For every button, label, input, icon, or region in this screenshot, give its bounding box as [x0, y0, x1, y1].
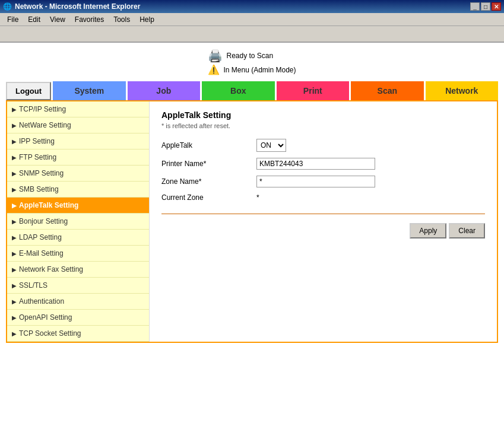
menubar: File Edit View Favorites Tools Help	[0, 13, 504, 26]
arrow-icon: ▶	[12, 282, 17, 289]
ie-toolbar	[0, 26, 504, 43]
current-zone-value: *	[256, 193, 259, 202]
sidebar-item-ldap[interactable]: ▶ LDAP Setting	[7, 230, 149, 246]
sidebar-item-snmp[interactable]: ▶ SNMP Setting	[7, 166, 149, 182]
arrow-icon: ▶	[12, 170, 17, 177]
printer-name-row: Printer Name*	[161, 158, 485, 170]
arrow-icon: ▶	[12, 122, 17, 129]
content-subtitle: * is reflected after reset.	[161, 122, 485, 129]
appletalk-select[interactable]: ON OFF	[256, 139, 286, 152]
sidebar-item-appletalk[interactable]: ▶ AppleTalk Setting	[7, 198, 149, 214]
sidebar-item-authentication[interactable]: ▶ Authentication	[7, 294, 149, 310]
sidebar: ▶ TCP/IP Setting ▶ NetWare Setting ▶ IPP…	[7, 101, 150, 342]
status-text-2: In Menu (Admin Mode)	[223, 66, 296, 74]
tab-job[interactable]: Job	[128, 81, 201, 100]
printer-icon: 🖨️	[208, 49, 223, 63]
tab-scan[interactable]: Scan	[351, 81, 424, 100]
arrow-icon: ▶	[12, 266, 17, 273]
status-line-1: 🖨️ Ready to Scan	[208, 49, 273, 63]
content-area: AppleTalk Setting * is reflected after r…	[150, 101, 497, 342]
titlebar: 🌐 Network - Microsoft Internet Explorer …	[0, 0, 504, 13]
zone-name-input[interactable]	[256, 176, 375, 187]
zone-name-label: Zone Name*	[161, 177, 256, 186]
arrow-icon: ▶	[12, 234, 17, 241]
sidebar-item-ftp[interactable]: ▶ FTP Setting	[7, 149, 149, 166]
current-zone-label: Current Zone	[161, 193, 256, 202]
menu-view[interactable]: View	[45, 14, 70, 25]
sidebar-item-bonjour[interactable]: ▶ Bonjour Setting	[7, 214, 149, 230]
clear-button[interactable]: Clear	[449, 223, 485, 238]
current-zone-static: *	[256, 193, 259, 202]
sidebar-item-network-fax[interactable]: ▶ Network Fax Setting	[7, 262, 149, 278]
appletalk-row: AppleTalk ON OFF	[161, 139, 485, 152]
sidebar-item-ssl-tls[interactable]: ▶ SSL/TLS	[7, 278, 149, 294]
sidebar-item-openapi[interactable]: ▶ OpenAPI Setting	[7, 310, 149, 326]
logout-button[interactable]: Logout	[6, 82, 51, 100]
sidebar-item-ipp[interactable]: ▶ IPP Setting	[7, 133, 149, 149]
maximize-button[interactable]: □	[481, 2, 490, 11]
current-zone-row: Current Zone *	[161, 193, 485, 202]
sidebar-item-netware[interactable]: ▶ NetWare Setting	[7, 117, 149, 133]
ie-icon: 🌐	[3, 2, 12, 11]
appletalk-label: AppleTalk	[161, 141, 256, 149]
status-line-2: ⚠️ In Menu (Admin Mode)	[208, 64, 296, 75]
menu-file[interactable]: File	[2, 14, 23, 25]
arrow-icon: ▶	[12, 298, 17, 305]
arrow-icon: ▶	[12, 218, 17, 225]
button-row: Apply Clear	[161, 223, 485, 238]
close-button[interactable]: ✕	[492, 2, 501, 11]
menu-tools[interactable]: Tools	[109, 14, 135, 25]
menu-edit[interactable]: Edit	[23, 14, 45, 25]
arrow-icon: ▶	[12, 250, 17, 257]
arrow-icon: ▶	[12, 202, 17, 209]
arrow-icon: ▶	[12, 106, 17, 113]
titlebar-controls[interactable]: _ □ ✕	[470, 2, 501, 11]
printer-name-input[interactable]	[256, 158, 375, 170]
nav-tabs: Logout System Job Box Print Scan Network	[6, 81, 498, 100]
content-title: AppleTalk Setting	[161, 110, 485, 120]
status-area: 🖨️ Ready to Scan ⚠️ In Menu (Admin Mode)	[208, 49, 296, 75]
status-text-1: Ready to Scan	[226, 52, 273, 60]
arrow-icon: ▶	[12, 186, 17, 193]
arrow-icon: ▶	[12, 154, 17, 161]
sidebar-item-email[interactable]: ▶ E-Mail Setting	[7, 246, 149, 262]
tab-system[interactable]: System	[53, 81, 126, 100]
sidebar-item-smb[interactable]: ▶ SMB Setting	[7, 182, 149, 198]
browser-content: 🖨️ Ready to Scan ⚠️ In Menu (Admin Mode)…	[0, 43, 504, 349]
tab-box[interactable]: Box	[202, 81, 275, 100]
menu-favorites[interactable]: Favorites	[70, 14, 109, 25]
zone-name-row: Zone Name*	[161, 176, 485, 187]
zone-name-value	[256, 176, 375, 187]
header-area: 🖨️ Ready to Scan ⚠️ In Menu (Admin Mode)	[6, 49, 498, 75]
appletalk-value: ON OFF	[256, 139, 286, 152]
menu-help[interactable]: Help	[135, 14, 159, 25]
apply-button[interactable]: Apply	[410, 223, 446, 238]
arrow-icon: ▶	[12, 314, 17, 321]
sidebar-item-tcp-ip[interactable]: ▶ TCP/IP Setting	[7, 101, 149, 117]
divider	[161, 214, 485, 214]
titlebar-title: 🌐 Network - Microsoft Internet Explorer	[3, 2, 140, 11]
sidebar-item-tcp-socket[interactable]: ▶ TCP Socket Setting	[7, 326, 149, 342]
warning-icon: ⚠️	[208, 64, 220, 75]
arrow-icon: ▶	[12, 330, 17, 337]
arrow-icon: ▶	[12, 138, 17, 145]
printer-name-value	[256, 158, 375, 170]
minimize-button[interactable]: _	[470, 2, 480, 11]
printer-name-label: Printer Name*	[161, 160, 256, 168]
tab-network[interactable]: Network	[426, 81, 499, 100]
main-layout: ▶ TCP/IP Setting ▶ NetWare Setting ▶ IPP…	[6, 100, 498, 343]
tab-print[interactable]: Print	[277, 81, 350, 100]
